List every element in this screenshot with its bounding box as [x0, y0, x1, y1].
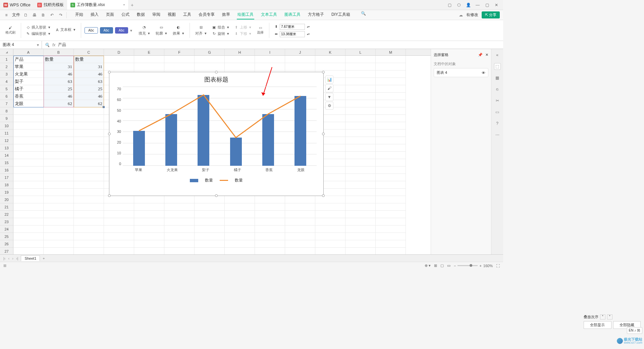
cell[interactable] — [285, 203, 315, 211]
cell[interactable] — [44, 218, 74, 226]
cell[interactable] — [44, 226, 74, 233]
cell[interactable]: 25 — [74, 85, 104, 93]
cell[interactable] — [225, 233, 255, 240]
cell[interactable]: 25 — [44, 85, 74, 93]
help-icon[interactable]: ? — [494, 120, 501, 127]
cell[interactable] — [13, 248, 44, 254]
resize-handle[interactable] — [108, 133, 111, 135]
cell[interactable] — [74, 248, 104, 254]
cell[interactable] — [345, 70, 376, 78]
cell[interactable] — [13, 211, 44, 218]
cell[interactable] — [74, 130, 104, 137]
row-header[interactable]: 14 — [0, 152, 13, 159]
cell[interactable] — [74, 196, 104, 203]
cell[interactable]: 46 — [44, 93, 74, 100]
cell[interactable] — [285, 226, 315, 233]
row-header[interactable]: 7 — [0, 100, 13, 107]
cell[interactable] — [44, 159, 74, 166]
cell[interactable] — [164, 63, 195, 70]
style-abc-3[interactable]: Abc — [115, 27, 128, 34]
cell[interactable] — [134, 56, 164, 63]
cell[interactable] — [345, 78, 376, 85]
row-header[interactable]: 8 — [0, 107, 13, 115]
menu-insert[interactable]: 插入 — [90, 10, 99, 19]
cell[interactable] — [345, 115, 376, 122]
sheet-first-icon[interactable]: |‹ — [3, 256, 6, 260]
cell[interactable] — [44, 137, 74, 144]
cell[interactable]: 31 — [44, 63, 74, 70]
cell[interactable] — [225, 218, 255, 226]
cell[interactable] — [255, 248, 285, 254]
insert-shape-button[interactable]: ◇ 插入形状 ▾ — [27, 25, 50, 30]
menu-member[interactable]: 会员专享 — [198, 10, 215, 19]
app-tab-wps[interactable]: W WPS Office — [0, 0, 34, 10]
menu-draw-tools[interactable]: 绘图工具 — [237, 10, 254, 19]
minimize-button[interactable]: — — [475, 2, 480, 8]
cell[interactable] — [376, 218, 406, 226]
cell[interactable] — [255, 240, 285, 248]
cell[interactable] — [44, 203, 74, 211]
cell[interactable] — [376, 63, 406, 70]
col-header[interactable]: L — [345, 49, 376, 55]
cell[interactable] — [255, 218, 285, 226]
cell[interactable] — [315, 196, 345, 203]
cell[interactable] — [74, 107, 104, 115]
cell[interactable] — [376, 144, 406, 152]
cell[interactable] — [134, 240, 164, 248]
share-icon[interactable]: ⎋ — [494, 86, 501, 93]
zoom-fx-icon[interactable]: 🔍 — [45, 43, 50, 47]
effect-button[interactable]: 效果 ▾ — [173, 31, 184, 36]
cell[interactable] — [134, 248, 164, 254]
zoom-in-button[interactable]: + — [479, 264, 481, 268]
cell[interactable] — [345, 137, 376, 144]
cell[interactable] — [104, 196, 134, 203]
cell[interactable]: 梨子 — [13, 78, 44, 85]
cell[interactable] — [74, 174, 104, 181]
cell[interactable] — [134, 196, 164, 203]
cell[interactable] — [376, 189, 406, 196]
pane-object-item[interactable]: 图表 4 👁 — [434, 68, 488, 77]
cell[interactable] — [13, 189, 44, 196]
cell[interactable] — [13, 218, 44, 226]
search-icon[interactable]: 🔍 — [360, 10, 366, 16]
cell[interactable] — [195, 233, 225, 240]
cell[interactable] — [13, 174, 44, 181]
more-icon[interactable]: ⋯ — [494, 132, 501, 138]
menu-page[interactable]: 页面 — [105, 10, 115, 19]
view-normal-icon[interactable]: ⊕ ▾ — [425, 263, 431, 268]
resize-handle[interactable] — [108, 71, 111, 73]
sheet-tab[interactable]: Sheet1 — [21, 255, 40, 261]
cell[interactable]: 31 — [74, 63, 104, 70]
sheet-grid[interactable]: ◢ A B C D E F G H I J K L M 1产品数量数量2苹果31… — [0, 49, 431, 254]
menu-start[interactable]: 开始 — [74, 10, 84, 19]
cell[interactable] — [225, 196, 255, 203]
cell[interactable]: 46 — [74, 93, 104, 100]
cell[interactable] — [345, 144, 376, 152]
cell[interactable] — [164, 240, 195, 248]
cell[interactable] — [255, 56, 285, 63]
chart-style-button[interactable]: 🖌 — [325, 84, 333, 92]
cell[interactable]: 橘子 — [13, 85, 44, 93]
cell[interactable] — [225, 240, 255, 248]
edit-shape-button[interactable]: ✎ 编辑形状 ▾ — [26, 31, 50, 36]
resize-handle[interactable] — [322, 194, 325, 197]
menu-text-tools[interactable]: 文本工具 — [260, 10, 278, 19]
fullscreen-icon[interactable]: ⛶ — [496, 264, 500, 268]
cell[interactable] — [255, 203, 285, 211]
cell[interactable] — [134, 218, 164, 226]
menu-tools[interactable]: 工具 — [182, 10, 192, 19]
cell[interactable] — [44, 166, 74, 174]
cell[interactable] — [44, 233, 74, 240]
cell[interactable] — [164, 233, 195, 240]
cell[interactable]: 46 — [74, 70, 104, 78]
cell[interactable] — [13, 159, 44, 166]
pin-icon[interactable]: 📌 — [478, 53, 483, 57]
menu-formula[interactable]: 公式 — [121, 10, 130, 19]
cell[interactable] — [74, 181, 104, 189]
cell[interactable] — [13, 166, 44, 174]
cell[interactable] — [376, 226, 406, 233]
cube-icon[interactable]: ⬡ — [456, 2, 462, 8]
cell[interactable]: 火龙果 — [13, 70, 44, 78]
cell[interactable] — [74, 166, 104, 174]
cell[interactable] — [376, 152, 406, 159]
